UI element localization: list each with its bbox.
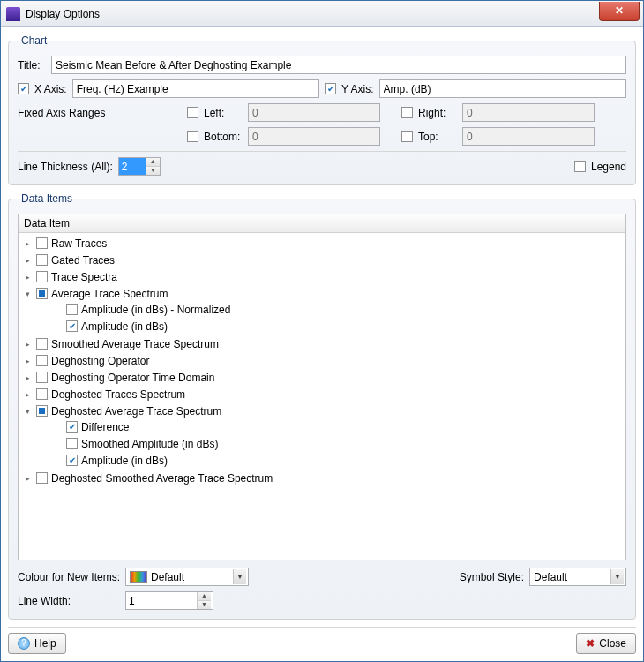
dialog-footer: ? Help ✖ Close xyxy=(8,627,636,654)
left-input[interactable] xyxy=(248,103,380,122)
tree-checkbox[interactable] xyxy=(66,455,78,466)
tree-checkbox[interactable] xyxy=(36,405,48,417)
chevron-up-icon[interactable]: ▲ xyxy=(146,158,160,167)
chevron-down-icon[interactable]: ▼ xyxy=(146,167,160,175)
tree-label: Smoothed Average Trace Spectrum xyxy=(51,338,219,350)
tree-checkbox[interactable] xyxy=(66,438,78,449)
help-button[interactable]: ? Help xyxy=(8,633,66,654)
linewidth-spinner[interactable]: ▲▼ xyxy=(125,591,213,610)
collapse-icon[interactable]: ▾ xyxy=(22,406,33,417)
colour-label: Colour for New Items: xyxy=(18,571,120,583)
close-label: Close xyxy=(599,637,626,650)
tree-label: Deghosted Smoothed Average Trace Spectru… xyxy=(51,472,273,485)
fixed-axis-label: Fixed Axis Ranges xyxy=(18,107,182,119)
expand-icon[interactable]: ▸ xyxy=(22,238,33,249)
xaxis-checkbox[interactable] xyxy=(18,83,29,94)
tree-label: Average Trace Spectrum xyxy=(51,288,168,300)
bottom-checkbox[interactable] xyxy=(187,131,198,142)
yaxis-label: Y Axis: xyxy=(341,83,373,95)
right-checkbox[interactable] xyxy=(401,107,413,118)
legend-checkbox[interactable] xyxy=(574,161,586,172)
expander-spacer xyxy=(52,439,63,449)
left-checkbox[interactable] xyxy=(187,107,198,118)
spinner-buttons[interactable]: ▲▼ xyxy=(146,158,160,175)
tree-checkbox[interactable] xyxy=(66,421,78,433)
xaxis-input[interactable] xyxy=(72,79,319,98)
line-thickness-input[interactable] xyxy=(119,158,146,175)
yaxis-input[interactable] xyxy=(379,79,626,98)
tree-item[interactable]: ▸Raw Traces xyxy=(22,235,622,252)
expander-spacer xyxy=(52,321,63,332)
tree-item[interactable]: ▸Trace Spectra xyxy=(22,268,622,285)
chevron-up-icon[interactable]: ▲ xyxy=(198,592,211,601)
tree-item[interactable]: Amplitude (in dBs) xyxy=(52,452,622,469)
top-input[interactable] xyxy=(462,127,595,146)
close-button[interactable]: ✖ Close xyxy=(576,633,636,654)
top-checkbox[interactable] xyxy=(401,131,413,142)
expander-spacer xyxy=(52,455,63,466)
tree-checkbox[interactable] xyxy=(36,271,48,282)
tree-item[interactable]: ▾Deghosted Average Trace SpectrumDiffere… xyxy=(22,402,622,470)
expand-icon[interactable]: ▸ xyxy=(22,356,33,366)
tree-item[interactable]: ▸Gated Traces xyxy=(22,252,622,268)
data-items-legend: Data Items xyxy=(18,192,76,205)
expand-icon[interactable]: ▸ xyxy=(22,272,33,282)
tree-header: Data Item xyxy=(19,214,625,233)
tree-checkbox[interactable] xyxy=(36,355,48,366)
client-area: Chart Title: X Axis: Y Axis: Fixed Axis … xyxy=(1,27,643,661)
chevron-down-icon[interactable]: ▼ xyxy=(198,601,211,609)
top-label: Top: xyxy=(418,131,457,143)
data-items-tree[interactable]: Data Item ▸Raw Traces▸Gated Traces▸Trace… xyxy=(18,214,626,560)
tree-checkbox[interactable] xyxy=(36,372,48,383)
tree-item[interactable]: ▸Deghosted Smoothed Average Trace Spectr… xyxy=(22,470,622,486)
bottom-input[interactable] xyxy=(248,127,380,146)
expand-icon[interactable]: ▸ xyxy=(22,389,33,400)
yaxis-checkbox[interactable] xyxy=(325,83,336,94)
collapse-icon[interactable]: ▾ xyxy=(22,289,33,299)
symbol-combo[interactable]: Default ▼ xyxy=(529,568,626,586)
tree-item[interactable]: Difference xyxy=(52,418,622,435)
tree-item[interactable]: ▸Smoothed Average Trace Spectrum xyxy=(22,335,622,352)
tree-checkbox[interactable] xyxy=(36,237,48,249)
tree-checkbox[interactable] xyxy=(36,388,48,400)
tree-checkbox[interactable] xyxy=(36,472,48,484)
tree-item[interactable]: Amplitude (in dBs) - Normalized xyxy=(52,301,622,318)
line-thickness-spinner[interactable]: ▲▼ xyxy=(118,157,161,176)
tree-item[interactable]: Smoothed Amplitude (in dBs) xyxy=(52,435,622,452)
tree-checkbox[interactable] xyxy=(36,338,48,350)
expand-icon[interactable]: ▸ xyxy=(22,473,33,484)
tree-item[interactable]: ▾Average Trace SpectrumAmplitude (in dBs… xyxy=(22,285,622,335)
colour-combo[interactable]: Default ▼ xyxy=(125,568,249,586)
tree-item[interactable]: ▸Deghosting Operator xyxy=(22,352,622,369)
tree-label: Deghosting Operator xyxy=(51,355,149,367)
tree-item[interactable]: Amplitude (in dBs) xyxy=(52,318,622,335)
tree-label: Raw Traces xyxy=(51,237,107,250)
tree-label: Gated Traces xyxy=(51,254,115,267)
tree-label: Smoothed Amplitude (in dBs) xyxy=(81,438,218,450)
xaxis-label: X Axis: xyxy=(34,83,67,95)
app-icon xyxy=(6,7,20,21)
expand-icon[interactable]: ▸ xyxy=(22,255,33,266)
left-label: Left: xyxy=(204,107,243,119)
tree-item[interactable]: ▸Deghosted Traces Spectrum xyxy=(22,386,622,402)
titlebar: Display Options ✕ xyxy=(1,1,643,27)
tree-checkbox[interactable] xyxy=(66,304,78,315)
chart-group: Chart Title: X Axis: Y Axis: Fixed Axis … xyxy=(8,34,636,185)
tree-checkbox[interactable] xyxy=(66,320,78,332)
right-input[interactable] xyxy=(462,103,595,122)
chevron-down-icon: ▼ xyxy=(233,569,246,584)
tree-checkbox[interactable] xyxy=(36,254,48,266)
chart-legend: Chart xyxy=(18,34,50,47)
spinner-buttons[interactable]: ▲▼ xyxy=(197,592,211,609)
tree-checkbox[interactable] xyxy=(36,288,48,299)
tree-label: Deghosted Traces Spectrum xyxy=(51,388,185,401)
window-close-button[interactable]: ✕ xyxy=(599,2,640,21)
expand-icon[interactable]: ▸ xyxy=(22,339,33,350)
expand-icon[interactable]: ▸ xyxy=(22,372,33,383)
linewidth-input[interactable] xyxy=(126,592,197,609)
data-items-group: Data Items Data Item ▸Raw Traces▸Gated T… xyxy=(8,192,636,620)
line-thickness-label: Line Thickness (All): xyxy=(18,161,113,173)
tree-item[interactable]: ▸Deghosting Operator Time Domain xyxy=(22,369,622,386)
title-input[interactable] xyxy=(51,56,626,74)
tree-label: Amplitude (in dBs) xyxy=(81,455,168,467)
